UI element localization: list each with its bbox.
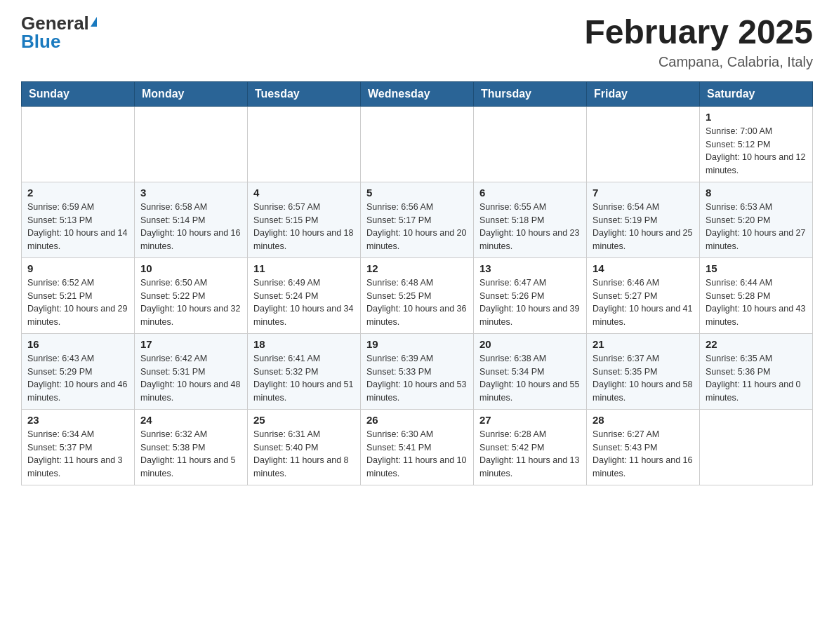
day-number: 6 bbox=[479, 187, 581, 199]
month-title: February 2025 bbox=[584, 14, 813, 51]
day-number: 21 bbox=[593, 338, 694, 350]
day-number: 2 bbox=[27, 187, 128, 199]
day-number: 17 bbox=[140, 338, 241, 350]
day-info: Sunrise: 6:28 AMSunset: 5:42 PMDaylight:… bbox=[479, 428, 581, 481]
day-number: 27 bbox=[479, 414, 581, 426]
day-info: Sunrise: 6:37 AMSunset: 5:35 PMDaylight:… bbox=[593, 352, 694, 405]
calendar-cell: 14Sunrise: 6:46 AMSunset: 5:27 PMDayligh… bbox=[587, 257, 700, 333]
day-info: Sunrise: 6:50 AMSunset: 5:22 PMDaylight:… bbox=[140, 276, 241, 329]
logo: General Blue bbox=[21, 14, 97, 51]
weekday-header-friday: Friday bbox=[587, 81, 700, 106]
day-info: Sunrise: 6:54 AMSunset: 5:19 PMDaylight:… bbox=[593, 201, 694, 253]
calendar-header-row: SundayMondayTuesdayWednesdayThursdayFrid… bbox=[22, 81, 813, 106]
calendar-cell: 6Sunrise: 6:55 AMSunset: 5:18 PMDaylight… bbox=[474, 182, 587, 257]
calendar-cell bbox=[361, 106, 474, 182]
calendar-cell: 10Sunrise: 6:50 AMSunset: 5:22 PMDayligh… bbox=[135, 257, 248, 333]
day-info: Sunrise: 6:34 AMSunset: 5:37 PMDaylight:… bbox=[27, 428, 128, 481]
logo-general-text: General bbox=[21, 14, 89, 32]
day-number: 4 bbox=[253, 187, 355, 199]
calendar-cell: 27Sunrise: 6:28 AMSunset: 5:42 PMDayligh… bbox=[474, 409, 587, 485]
calendar-table: SundayMondayTuesdayWednesdayThursdayFrid… bbox=[21, 81, 813, 485]
calendar-week-row: 16Sunrise: 6:43 AMSunset: 5:29 PMDayligh… bbox=[22, 333, 813, 409]
day-number: 13 bbox=[479, 262, 581, 274]
calendar-cell: 24Sunrise: 6:32 AMSunset: 5:38 PMDayligh… bbox=[135, 409, 248, 485]
day-number: 19 bbox=[366, 338, 468, 350]
calendar-week-row: 23Sunrise: 6:34 AMSunset: 5:37 PMDayligh… bbox=[22, 409, 813, 485]
calendar-cell bbox=[474, 106, 587, 182]
calendar-cell: 17Sunrise: 6:42 AMSunset: 5:31 PMDayligh… bbox=[135, 333, 248, 409]
calendar-cell: 16Sunrise: 6:43 AMSunset: 5:29 PMDayligh… bbox=[22, 333, 135, 409]
day-info: Sunrise: 6:58 AMSunset: 5:14 PMDaylight:… bbox=[140, 201, 241, 253]
calendar-week-row: 9Sunrise: 6:52 AMSunset: 5:21 PMDaylight… bbox=[22, 257, 813, 333]
day-info: Sunrise: 6:27 AMSunset: 5:43 PMDaylight:… bbox=[593, 428, 694, 481]
calendar-cell: 4Sunrise: 6:57 AMSunset: 5:15 PMDaylight… bbox=[248, 182, 361, 257]
day-info: Sunrise: 6:43 AMSunset: 5:29 PMDaylight:… bbox=[27, 352, 128, 405]
calendar-cell: 1Sunrise: 7:00 AMSunset: 5:12 PMDaylight… bbox=[700, 106, 813, 182]
day-info: Sunrise: 6:53 AMSunset: 5:20 PMDaylight:… bbox=[706, 201, 807, 253]
calendar-cell bbox=[587, 106, 700, 182]
calendar-cell: 21Sunrise: 6:37 AMSunset: 5:35 PMDayligh… bbox=[587, 333, 700, 409]
day-number: 1 bbox=[706, 111, 807, 123]
day-info: Sunrise: 6:44 AMSunset: 5:28 PMDaylight:… bbox=[706, 276, 807, 329]
day-info: Sunrise: 6:32 AMSunset: 5:38 PMDaylight:… bbox=[140, 428, 241, 481]
title-section: February 2025 Campana, Calabria, Italy bbox=[584, 14, 813, 70]
day-number: 20 bbox=[479, 338, 581, 350]
day-number: 16 bbox=[27, 338, 128, 350]
calendar-cell: 20Sunrise: 6:38 AMSunset: 5:34 PMDayligh… bbox=[474, 333, 587, 409]
weekday-header-thursday: Thursday bbox=[474, 81, 587, 106]
day-info: Sunrise: 6:56 AMSunset: 5:17 PMDaylight:… bbox=[366, 201, 468, 253]
day-number: 26 bbox=[366, 414, 468, 426]
day-info: Sunrise: 6:38 AMSunset: 5:34 PMDaylight:… bbox=[479, 352, 581, 405]
day-number: 11 bbox=[253, 262, 355, 274]
weekday-header-sunday: Sunday bbox=[22, 81, 135, 106]
calendar-cell: 7Sunrise: 6:54 AMSunset: 5:19 PMDaylight… bbox=[587, 182, 700, 257]
day-info: Sunrise: 6:48 AMSunset: 5:25 PMDaylight:… bbox=[366, 276, 468, 329]
day-number: 3 bbox=[140, 187, 241, 199]
day-number: 25 bbox=[253, 414, 355, 426]
location-title: Campana, Calabria, Italy bbox=[584, 54, 813, 70]
logo-arrow-icon bbox=[91, 17, 97, 27]
day-info: Sunrise: 6:42 AMSunset: 5:31 PMDaylight:… bbox=[140, 352, 241, 405]
calendar-cell bbox=[700, 409, 813, 485]
calendar-cell: 28Sunrise: 6:27 AMSunset: 5:43 PMDayligh… bbox=[587, 409, 700, 485]
calendar-cell: 11Sunrise: 6:49 AMSunset: 5:24 PMDayligh… bbox=[248, 257, 361, 333]
calendar-cell: 22Sunrise: 6:35 AMSunset: 5:36 PMDayligh… bbox=[700, 333, 813, 409]
day-info: Sunrise: 6:47 AMSunset: 5:26 PMDaylight:… bbox=[479, 276, 581, 329]
day-info: Sunrise: 6:57 AMSunset: 5:15 PMDaylight:… bbox=[253, 201, 355, 253]
day-info: Sunrise: 6:41 AMSunset: 5:32 PMDaylight:… bbox=[253, 352, 355, 405]
calendar-cell: 13Sunrise: 6:47 AMSunset: 5:26 PMDayligh… bbox=[474, 257, 587, 333]
day-number: 8 bbox=[706, 187, 807, 199]
day-number: 9 bbox=[27, 262, 128, 274]
calendar-cell: 23Sunrise: 6:34 AMSunset: 5:37 PMDayligh… bbox=[22, 409, 135, 485]
day-number: 22 bbox=[706, 338, 807, 350]
page-header: General Blue February 2025 Campana, Cala… bbox=[21, 14, 813, 70]
day-number: 15 bbox=[706, 262, 807, 274]
calendar-cell: 3Sunrise: 6:58 AMSunset: 5:14 PMDaylight… bbox=[135, 182, 248, 257]
day-number: 14 bbox=[593, 262, 694, 274]
day-number: 7 bbox=[593, 187, 694, 199]
day-number: 5 bbox=[366, 187, 468, 199]
calendar-cell: 26Sunrise: 6:30 AMSunset: 5:41 PMDayligh… bbox=[361, 409, 474, 485]
calendar-cell: 25Sunrise: 6:31 AMSunset: 5:40 PMDayligh… bbox=[248, 409, 361, 485]
calendar-cell bbox=[248, 106, 361, 182]
day-info: Sunrise: 6:52 AMSunset: 5:21 PMDaylight:… bbox=[27, 276, 128, 329]
day-number: 12 bbox=[366, 262, 468, 274]
day-number: 18 bbox=[253, 338, 355, 350]
weekday-header-wednesday: Wednesday bbox=[361, 81, 474, 106]
weekday-header-saturday: Saturday bbox=[700, 81, 813, 106]
calendar-cell: 19Sunrise: 6:39 AMSunset: 5:33 PMDayligh… bbox=[361, 333, 474, 409]
day-info: Sunrise: 6:46 AMSunset: 5:27 PMDaylight:… bbox=[593, 276, 694, 329]
day-number: 24 bbox=[140, 414, 241, 426]
calendar-cell: 9Sunrise: 6:52 AMSunset: 5:21 PMDaylight… bbox=[22, 257, 135, 333]
day-info: Sunrise: 6:59 AMSunset: 5:13 PMDaylight:… bbox=[27, 201, 128, 253]
calendar-week-row: 2Sunrise: 6:59 AMSunset: 5:13 PMDaylight… bbox=[22, 182, 813, 257]
calendar-week-row: 1Sunrise: 7:00 AMSunset: 5:12 PMDaylight… bbox=[22, 106, 813, 182]
day-info: Sunrise: 6:30 AMSunset: 5:41 PMDaylight:… bbox=[366, 428, 468, 481]
calendar-cell bbox=[135, 106, 248, 182]
day-info: Sunrise: 6:39 AMSunset: 5:33 PMDaylight:… bbox=[366, 352, 468, 405]
day-info: Sunrise: 6:49 AMSunset: 5:24 PMDaylight:… bbox=[253, 276, 355, 329]
day-number: 10 bbox=[140, 262, 241, 274]
weekday-header-monday: Monday bbox=[135, 81, 248, 106]
weekday-header-tuesday: Tuesday bbox=[248, 81, 361, 106]
logo-blue-text: Blue bbox=[21, 32, 60, 51]
